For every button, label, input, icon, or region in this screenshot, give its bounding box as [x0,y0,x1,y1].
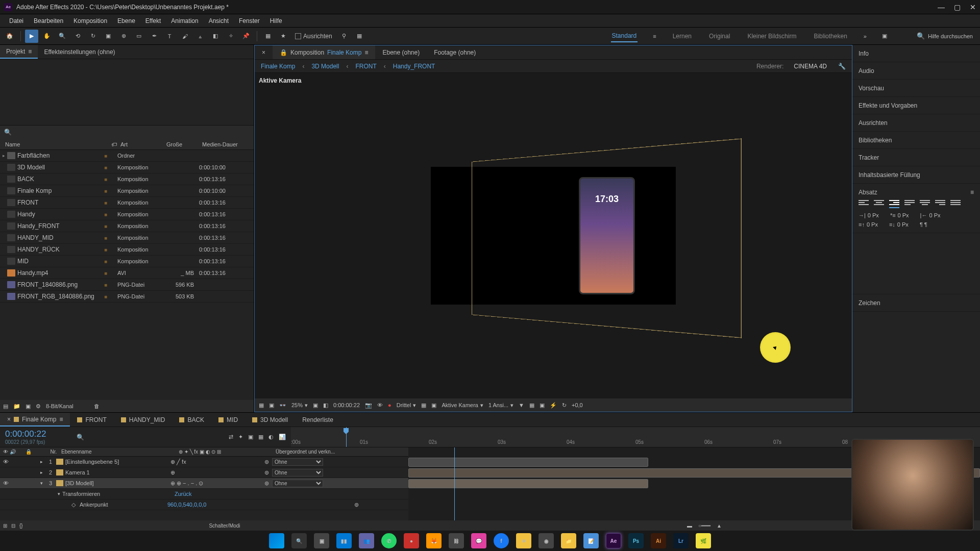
home-icon[interactable]: 🏠 [3,30,16,43]
views-dropdown[interactable]: 1 Ansi... ▾ [488,402,513,409]
layer-bar[interactable] [408,479,648,488]
lightroom-icon[interactable]: Lr [673,533,689,548]
brush-tool-icon[interactable]: 🖌 [178,30,191,43]
parent-dropdown[interactable]: ⊚ Ohne [259,469,361,477]
zoom-dropdown[interactable]: 25% ▾ [291,402,308,409]
transform-row[interactable]: ▾ Transformieren Zurück [0,489,408,499]
transform-reset[interactable]: Zurück [175,491,192,497]
breadcrumb-item[interactable]: Finale Komp [261,63,295,70]
tl-frame-blend-icon[interactable]: ▦ [258,434,263,440]
indent-left[interactable]: →| 0 Px [859,212,879,218]
resolution-icon[interactable]: ▣ [313,402,318,409]
snap-grid-icon[interactable]: ▦ [353,30,366,43]
tag-swatch[interactable] [104,270,117,276]
header-art[interactable]: Art [120,141,166,147]
selection-tool-icon[interactable]: ▶ [25,30,38,43]
toggle-switches-icon[interactable]: ⊞ [3,523,7,529]
menu-hilfe[interactable]: Hilfe [265,17,287,24]
workspace-frame-icon[interactable]: ▣ [882,33,887,39]
refresh-icon[interactable]: ↻ [562,402,567,409]
breadcrumb-item[interactable]: Handy_FRONT [393,63,435,70]
illustrator-icon[interactable]: Ai [651,533,666,548]
space-after[interactable]: ≡↓ 0 Px [889,221,909,228]
panel-vorschau[interactable]: Vorschau [852,80,980,97]
firefox-icon[interactable]: 🦊 [426,533,442,548]
tag-swatch[interactable] [104,199,117,206]
pen-tool-icon[interactable]: ✒ [148,30,161,43]
project-row[interactable]: ▸ Farbflächen Ordner [0,150,254,162]
whatsapp-icon[interactable]: ✆ [381,533,397,548]
timecode-main[interactable]: 0:00:00:22 [5,429,66,439]
tab-komposition[interactable]: 🔒 Komposition Finale Komp ≡ [273,45,375,59]
anchor-row[interactable]: ◇ Ankerpunkt 960,0,540,0,0,0 ⊚ [0,499,408,510]
taskview-icon[interactable]: ▣ [314,533,329,548]
start-button[interactable] [269,533,284,548]
timeline-tab[interactable]: 3D Modell [245,413,295,427]
playhead[interactable] [346,427,347,447]
menu-effekt[interactable]: Effekt [140,17,166,24]
tag-swatch[interactable] [104,153,117,159]
panel-inhaltsbasiert[interactable]: Inhaltsbasierte Füllung [852,166,980,184]
project-row[interactable]: 3D Modell Komposition 0:00:10:00 [0,162,254,173]
timeline-tab[interactable]: FRONT [70,413,113,427]
phone-layer[interactable]: 17:03 [579,177,635,294]
camera-dropdown[interactable]: Aktive Kamera ▾ [442,402,483,409]
panel-bibliotheken[interactable]: Bibliotheken [852,132,980,149]
comp-timecode[interactable]: 0:00:00:22 [333,402,360,408]
app-icon[interactable]: ☀ [516,533,531,548]
timeline-tab[interactable]: MID [211,413,245,427]
panel-audio[interactable]: Audio [852,62,980,80]
tab-effekteinstellungen[interactable]: Effekteinstellungen (ohne) [38,45,121,59]
photoshop-icon[interactable]: Ps [628,533,644,548]
layer-switches[interactable]: ⊕ [167,469,259,476]
close-tab-icon[interactable]: × [7,416,11,423]
justify-last-right-icon[interactable] [935,200,945,208]
snap-options-icon[interactable]: ⚲ [337,30,351,43]
guides-icon[interactable]: ▣ [540,402,545,409]
panel-info[interactable]: Info [852,45,980,62]
3d-icon[interactable]: ▼ [519,402,524,408]
justify-last-left-icon[interactable] [904,200,915,208]
panel-effekte[interactable]: Effekte und Vorgaben [852,97,980,114]
header-dauer[interactable]: Medien-Dauer [202,141,243,147]
exposure-value[interactable]: +0,0 [572,402,583,408]
indent-right[interactable]: |← 0 Px [920,212,941,218]
orbit-tool-icon[interactable]: ⟲ [71,30,84,43]
text-tool-icon[interactable]: T [163,30,176,43]
timeline-tab[interactable]: × Finale Komp ≡ [0,413,70,427]
app-icon[interactable]: ● [404,533,419,548]
panbehind-tool-icon[interactable]: ⊕ [117,30,130,43]
composition-viewer[interactable]: Aktive Kamera 17:03 [255,73,852,398]
parent-pickwhip-icon[interactable]: ⊚ [354,502,359,508]
anchor-value[interactable]: 960,0,540,0,0,0 [167,502,206,508]
project-row[interactable]: FRONT_1840886.png PNG-Datei 596 KB [0,279,254,291]
panel-menu-icon[interactable]: ≡ [970,189,974,196]
zoom-out-icon[interactable]: ▬ [687,523,692,529]
tag-swatch[interactable] [104,211,117,217]
explorer-icon[interactable]: 📁 [561,533,576,548]
bit-depth[interactable]: 8-Bit/Kanal [46,403,74,409]
zoom-in-icon[interactable]: ▲ [717,523,722,529]
menu-ansicht[interactable]: Ansicht [204,17,234,24]
tab-menu-icon[interactable]: ≡ [364,49,368,56]
parent-dropdown[interactable]: ⊚ Ohne [259,458,361,466]
workspace-lernen[interactable]: Lernen [672,31,693,42]
layer-color-swatch[interactable] [56,459,63,465]
menu-fenster[interactable]: Fenster [234,17,265,24]
hand-tool-icon[interactable]: ✋ [40,30,54,43]
tab-menu-icon[interactable]: ≡ [28,48,32,55]
playhead-line[interactable] [454,447,455,520]
shape-tool-icon[interactable]: ▭ [132,30,145,43]
toggle-modes-icon[interactable]: ⊟ [11,523,15,529]
adjust-icon[interactable]: ⚙ [36,403,41,410]
project-row[interactable]: Handy_FRONT Komposition 0:00:13:16 [0,220,254,232]
tag-swatch[interactable] [104,282,117,288]
menu-animation[interactable]: Animation [166,17,203,24]
layer-name[interactable]: [Einstellungsebene 5] [65,459,167,465]
quality-dropdown[interactable]: Drittel ▾ [397,402,416,409]
renderer-settings-icon[interactable]: 🔧 [838,63,846,70]
trash-icon[interactable]: 🗑 [94,403,100,409]
timeline-tab[interactable]: HANDY_MID [114,413,173,427]
workspace-bibliotheken[interactable]: Bibliotheken [813,31,848,42]
tl-comp-icon[interactable]: ⇄ [229,434,233,440]
